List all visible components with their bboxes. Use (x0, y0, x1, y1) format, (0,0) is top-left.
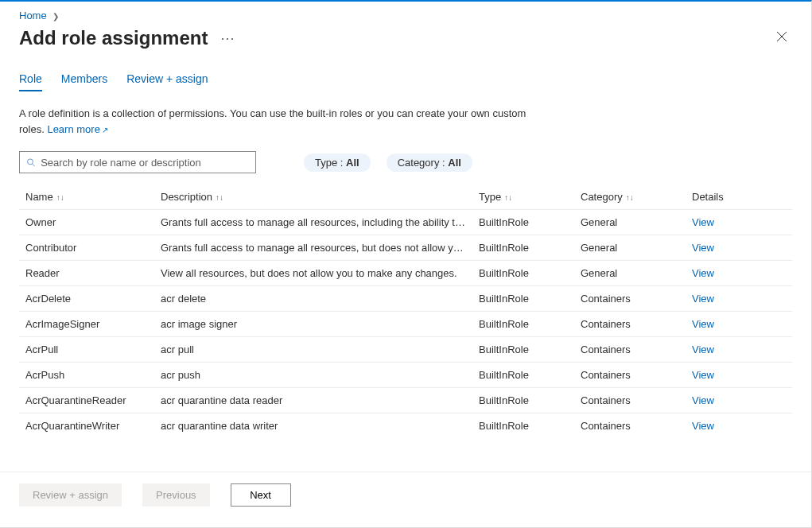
table-row[interactable]: AcrQuarantineWriteracr quarantine data w… (19, 413, 792, 439)
filter-category[interactable]: Category : All (387, 153, 472, 172)
page-title: Add role assignment (19, 27, 208, 49)
cell-name: Owner (19, 210, 154, 235)
cell-category: Containers (574, 337, 686, 363)
cell-type: BuiltInRole (472, 337, 574, 363)
search-icon (26, 157, 36, 168)
sort-icon: ↑↓ (56, 193, 64, 202)
table-row[interactable]: ContributorGrants full access to manage … (19, 235, 792, 261)
tab-members[interactable]: Members (61, 72, 107, 91)
content-scroll[interactable]: Role Members Review + assign A role defi… (0, 60, 811, 472)
table-row[interactable]: AcrImageSigneracr image signerBuiltInRol… (19, 312, 792, 337)
cell-name: AcrImageSigner (19, 312, 154, 337)
cell-description: acr quarantine data reader (154, 388, 472, 413)
cell-description: acr push (154, 363, 472, 388)
tab-review-assign[interactable]: Review + assign (126, 72, 208, 91)
view-link[interactable]: View (692, 420, 714, 432)
svg-point-0 (28, 158, 33, 164)
cell-description: Grants full access to manage all resourc… (154, 235, 472, 261)
view-link[interactable]: View (692, 394, 714, 406)
cell-category: Containers (574, 363, 686, 388)
cell-type: BuiltInRole (472, 261, 574, 286)
page-header: Add role assignment ··· (0, 25, 811, 60)
filter-bar: Type : All Category : All (19, 151, 792, 173)
tabs: Role Members Review + assign (19, 72, 792, 91)
cell-category: Containers (574, 286, 686, 312)
sort-icon: ↑↓ (626, 193, 634, 202)
sort-icon: ↑↓ (216, 193, 223, 202)
column-header-name[interactable]: Name↑↓ (19, 184, 154, 210)
footer: Review + assign Previous Next (0, 472, 811, 514)
svg-line-1 (33, 164, 35, 166)
table-row[interactable]: AcrPushacr pushBuiltInRoleContainersView (19, 363, 792, 388)
cell-category: Containers (574, 388, 686, 413)
close-button[interactable] (771, 26, 792, 50)
cell-description: acr delete (154, 286, 472, 312)
view-link[interactable]: View (692, 216, 714, 228)
cell-type: BuiltInRole (472, 413, 574, 439)
cell-name: AcrDelete (19, 286, 154, 312)
cell-description: acr quarantine data writer (154, 413, 472, 439)
cell-type: BuiltInRole (472, 286, 574, 312)
view-link[interactable]: View (692, 293, 714, 305)
filter-type[interactable]: Type : All (304, 153, 371, 172)
cell-name: AcrQuarantineWriter (19, 413, 154, 439)
cell-category: General (574, 261, 686, 286)
search-input[interactable] (41, 157, 249, 169)
tab-role[interactable]: Role (19, 72, 42, 91)
cell-category: General (574, 210, 686, 235)
breadcrumb-home[interactable]: Home (19, 10, 47, 21)
cell-type: BuiltInRole (472, 363, 574, 388)
horizontal-scrollbar[interactable] (0, 514, 811, 527)
cell-name: AcrPush (19, 363, 154, 388)
cell-type: BuiltInRole (472, 388, 574, 413)
view-link[interactable]: View (692, 318, 714, 330)
more-actions-button[interactable]: ··· (220, 30, 235, 47)
table-row[interactable]: OwnerGrants full access to manage all re… (19, 210, 792, 235)
cell-name: AcrQuarantineReader (19, 388, 154, 413)
column-header-description[interactable]: Description↑↓ (154, 184, 472, 210)
external-link-icon: ↗ (102, 126, 108, 134)
cell-type: BuiltInRole (472, 235, 574, 261)
view-link[interactable]: View (692, 344, 714, 355)
cell-category: Containers (574, 413, 686, 439)
table-row[interactable]: ReaderView all resources, but does not a… (19, 261, 792, 286)
cell-name: Contributor (19, 235, 154, 261)
cell-description: acr image signer (154, 312, 472, 337)
table-row[interactable]: AcrDeleteacr deleteBuiltInRoleContainers… (19, 286, 792, 312)
cell-category: Containers (574, 312, 686, 337)
cell-name: AcrPull (19, 337, 154, 363)
table-row[interactable]: AcrQuarantineReaderacr quarantine data r… (19, 388, 792, 413)
description-text: A role definition is a collection of per… (19, 106, 528, 137)
sort-icon: ↑↓ (504, 193, 512, 202)
cell-description: Grants full access to manage all resourc… (154, 210, 472, 235)
cell-description: View all resources, but does not allow y… (154, 261, 472, 286)
view-link[interactable]: View (692, 267, 714, 279)
next-button[interactable]: Next (231, 483, 291, 507)
column-header-category[interactable]: Category↑↓ (574, 184, 686, 210)
review-assign-button: Review + assign (19, 483, 122, 507)
cell-description: acr pull (154, 337, 472, 363)
cell-type: BuiltInRole (472, 210, 574, 235)
breadcrumb: Home ❯ (0, 2, 811, 25)
cell-category: General (574, 235, 686, 261)
table-row[interactable]: AcrPullacr pullBuiltInRoleContainersView (19, 337, 792, 363)
learn-more-link[interactable]: Learn more↗ (47, 123, 107, 135)
roles-table: Name↑↓ Description↑↓ Type↑↓ Category↑↓ D… (19, 184, 792, 438)
chevron-right-icon: ❯ (52, 12, 59, 21)
close-icon (776, 31, 787, 42)
column-header-details: Details (686, 184, 792, 210)
view-link[interactable]: View (692, 369, 714, 381)
cell-name: Reader (19, 261, 154, 286)
view-link[interactable]: View (692, 242, 714, 254)
cell-type: BuiltInRole (472, 312, 574, 337)
column-header-type[interactable]: Type↑↓ (472, 184, 574, 210)
search-box[interactable] (19, 151, 256, 173)
previous-button: Previous (142, 483, 210, 507)
